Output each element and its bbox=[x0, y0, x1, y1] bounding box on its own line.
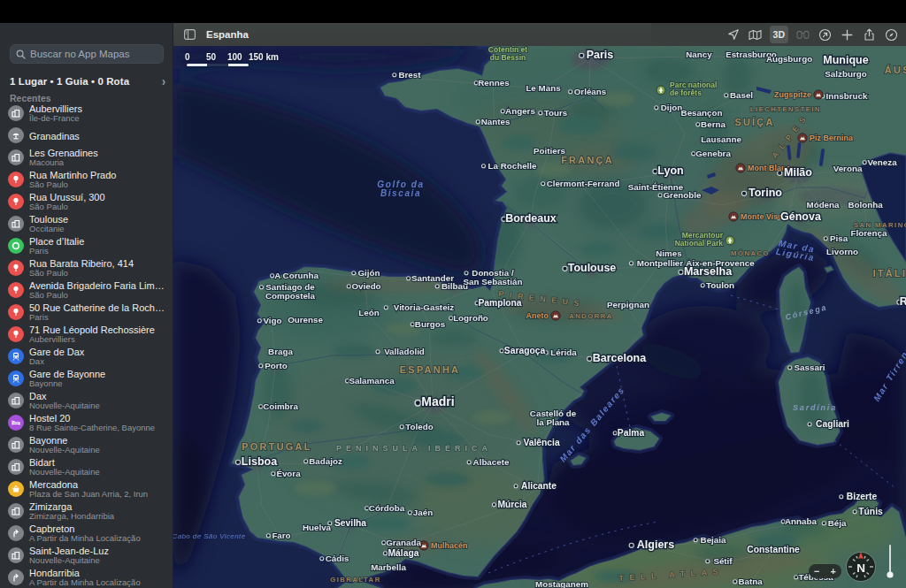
city-dot bbox=[580, 53, 584, 57]
map-label: Évora bbox=[276, 469, 301, 478]
scale-number: 100 bbox=[227, 52, 249, 62]
recent-item[interactable]: Granadinas bbox=[0, 125, 173, 147]
map-label: SUÍÇA bbox=[734, 117, 774, 127]
recent-item[interactable]: Les GrenadinesMacouria bbox=[0, 147, 173, 169]
share-button[interactable] bbox=[862, 26, 877, 43]
map-label: Valladolid bbox=[384, 347, 425, 356]
map-label: Sassari bbox=[795, 363, 825, 372]
recent-item[interactable]: BayonneNouvelle-Aquitaine bbox=[0, 434, 173, 456]
recent-item[interactable]: CapbretonA Partir da Minha Localização bbox=[0, 523, 173, 545]
directions-button[interactable] bbox=[818, 26, 833, 43]
recent-item[interactable]: Rua Martinho PradoSão Paulo bbox=[0, 169, 173, 191]
map-label: Cabo de São Vicente bbox=[173, 532, 246, 540]
recent-item[interactable]: Rua Barata Ribeiro, 414São Paulo bbox=[0, 257, 173, 279]
map-label: Salzburgo bbox=[825, 69, 866, 79]
peak-label: Mulhacén bbox=[431, 541, 468, 550]
recent-item-title: Granadinas bbox=[29, 131, 169, 141]
city-dot bbox=[741, 191, 746, 195]
recent-item[interactable]: 71 Rue Léopold RechossièreAubervilliers bbox=[0, 324, 173, 346]
map-label: Sétif bbox=[713, 556, 733, 566]
map-canvas[interactable]: ZugspitzePiz BerninaMont BlancMonte Viso… bbox=[173, 46, 906, 588]
map-mode-button[interactable] bbox=[748, 26, 763, 43]
city-dot bbox=[701, 284, 704, 287]
recent-item[interactable]: MercadonaPlaza de San Juan Arria, 2, Iru… bbox=[0, 478, 173, 500]
dot-icon bbox=[8, 238, 24, 254]
park-label: MercantourNational Park bbox=[675, 231, 724, 248]
recent-item[interactable]: Gare de BayonneBayonne bbox=[0, 368, 173, 390]
map-label: Genebra bbox=[695, 149, 731, 158]
bed-icon bbox=[8, 415, 24, 431]
map-label: Le Mans bbox=[526, 83, 561, 93]
map-label: Badajoz bbox=[309, 456, 342, 466]
recent-item-title: Rua Martinho Prado bbox=[29, 170, 169, 180]
pin-icon bbox=[8, 326, 24, 342]
map-label: Coimbra bbox=[263, 401, 298, 411]
recent-item-subtitle: Aubervilliers bbox=[29, 335, 169, 344]
places-summary-row[interactable]: 1 Lugar • 1 Guia • 0 Rota › bbox=[10, 73, 165, 90]
current-location-button[interactable] bbox=[726, 26, 741, 43]
city-dot bbox=[541, 182, 545, 186]
recent-item[interactable]: Saint-Jean-de-LuzNouvelle-Aquitaine bbox=[0, 545, 173, 567]
city-dot bbox=[400, 425, 403, 429]
recent-item[interactable]: 50 Rue Catherine de la Rochefouca…Paris bbox=[0, 302, 173, 324]
recent-item[interactable]: Gare de DaxDax bbox=[0, 346, 173, 368]
map-label: Nantes bbox=[481, 117, 511, 126]
explore-button[interactable] bbox=[884, 26, 899, 43]
recent-item[interactable]: Rua Urussuí, 300São Paulo bbox=[0, 191, 173, 213]
map-label: Bejaia bbox=[701, 535, 726, 545]
recent-item-title: Mercadona bbox=[29, 479, 169, 490]
city-dot bbox=[795, 576, 798, 579]
recent-item[interactable]: BidartNouvelle-Aquitaine bbox=[0, 456, 173, 478]
recent-item-title: Rua Urussuí, 300 bbox=[29, 192, 169, 202]
recent-item[interactable]: AubervilliersÎle-de-France bbox=[0, 103, 173, 125]
city-dot bbox=[376, 350, 380, 354]
recent-item[interactable]: Place d’ItalieParis bbox=[0, 235, 173, 257]
recent-item[interactable]: ToulouseOccitanie bbox=[0, 213, 173, 235]
pin-icon bbox=[8, 194, 24, 210]
tab-title: Espanha bbox=[206, 29, 249, 40]
map-scale-bar: 050100150 km bbox=[185, 52, 279, 66]
add-button[interactable] bbox=[840, 26, 855, 43]
peak-marker: Aneto bbox=[526, 311, 561, 320]
city-dot bbox=[259, 405, 263, 409]
search-placeholder: Buscar no App Mapas bbox=[30, 49, 130, 59]
city-dot bbox=[863, 161, 866, 164]
park-label: Cotentin etdu Bessin bbox=[488, 46, 528, 62]
recent-item[interactable]: ZimizargaZimizarga, Hondarribia bbox=[0, 500, 173, 523]
peak-marker: Mont Blanc bbox=[736, 164, 791, 172]
city-dot bbox=[629, 262, 633, 265]
map-label: Burgos bbox=[415, 319, 446, 329]
toolbar: Espanha 3D bbox=[173, 23, 906, 46]
sidebar-toggle-icon[interactable] bbox=[184, 29, 196, 40]
recent-item-subtitle: 8 Rue Sainte-Catherine, Bayonne bbox=[29, 424, 169, 432]
recent-item[interactable]: Hostel 208 Rue Sainte-Catherine, Bayonne bbox=[0, 412, 173, 434]
city-dot bbox=[500, 349, 503, 353]
zoom-out-button[interactable]: − bbox=[809, 565, 825, 577]
3d-button[interactable]: 3D bbox=[770, 26, 788, 43]
city-dot bbox=[613, 431, 617, 435]
map-label: Constantine bbox=[747, 545, 800, 554]
map-label: Lisboa bbox=[242, 455, 278, 468]
city-dot bbox=[415, 401, 420, 406]
city-dot bbox=[563, 266, 567, 271]
zoom-in-button[interactable]: + bbox=[825, 565, 842, 577]
city-dot bbox=[449, 317, 453, 320]
recent-item-title: Hostel 20 bbox=[29, 413, 169, 424]
search-input[interactable]: Buscar no App Mapas bbox=[10, 44, 164, 64]
tab-espanha[interactable]: Espanha bbox=[173, 23, 651, 46]
city-dot bbox=[407, 277, 411, 280]
pitch-slider[interactable] bbox=[886, 543, 894, 580]
look-around-button[interactable] bbox=[795, 26, 810, 43]
map-label: Lausanne bbox=[701, 134, 741, 144]
city-dot bbox=[658, 194, 662, 197]
compass-north-label: N bbox=[856, 561, 865, 575]
basket-icon bbox=[8, 481, 24, 497]
map-label: Barcelona bbox=[593, 352, 647, 364]
map-label: Batna bbox=[738, 577, 763, 586]
recent-item[interactable]: HondarribiaA Partir da Minha Localização bbox=[0, 567, 173, 588]
map-label: Córdoba bbox=[369, 503, 405, 513]
recent-item[interactable]: Avenida Brigadeiro Faria Lima, 2232São P… bbox=[0, 279, 173, 302]
recent-item[interactable]: DaxNouvelle-Aquitaine bbox=[0, 390, 173, 412]
city-dot bbox=[259, 364, 263, 368]
compass-control[interactable]: N bbox=[845, 551, 877, 583]
